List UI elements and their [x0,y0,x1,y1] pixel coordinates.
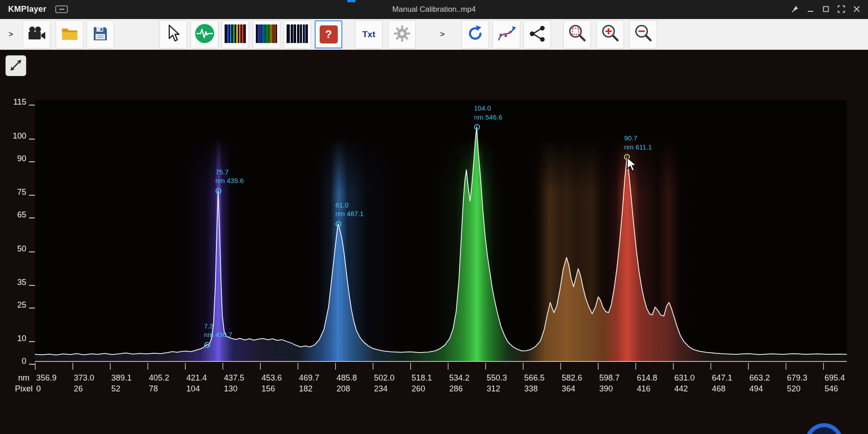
y-axis-label: 115 [0,97,26,107]
y-axis-label: 75 [0,187,26,197]
spectrum-lines-view-button[interactable] [283,20,311,48]
x-axis-pixel-label: 208 [336,384,350,394]
peak-marker [336,221,341,227]
x-axis-nm-label: 405.2 [149,373,169,383]
zoom-in-icon [600,24,620,45]
share-button[interactable] [523,20,551,48]
spectrum-canvas [35,100,847,381]
y-axis-label: 10 [0,333,26,343]
expand-button[interactable] [5,55,26,76]
undo-arrow-icon [466,24,485,44]
curve-points-icon [497,24,517,44]
y-axis-tick [29,139,35,140]
x-axis-nm-label: 695.4 [825,373,845,383]
calibration-curve-button[interactable] [493,20,520,48]
x-axis-nm-label: 437.5 [224,373,245,383]
peak-wavelength: nm 435.6 [216,176,244,185]
minimize-icon [807,6,814,14]
pointer-tool-button[interactable] [159,20,187,48]
mouse-cursor-icon [627,157,638,174]
zoom-selection-button[interactable] [563,20,591,48]
x-axis-nm-label: 598.7 [599,373,620,383]
x-axis-pixel-label: 0 [36,384,41,394]
floppy-disk-icon [93,26,108,43]
x-axis-pixel-label: 26 [74,384,83,394]
x-axis-nm-label: 534.2 [449,373,470,383]
toolbar-overflow-left-button[interactable]: > [5,20,17,48]
y-axis-label: 90 [0,154,26,164]
maximize-button[interactable] [818,0,834,19]
x-axis-pixel-label: 234 [374,384,388,394]
spectrum-colors-view-button[interactable] [221,20,249,48]
window-controls [787,0,864,19]
x-axis-pixel-label: 546 [825,384,838,394]
y-axis-label: 0 [0,356,26,366]
maximize-icon [823,6,829,14]
peak-marker [216,188,221,194]
x-axis-pixel-label: 390 [599,384,613,394]
settings-button[interactable] [388,20,416,48]
help-question-icon: ? [320,25,338,43]
peak-marker [474,124,480,130]
x-axis-pixel-label: 338 [524,384,538,394]
share-nodes-icon [528,25,546,44]
live-spectrum-button[interactable] [191,20,218,48]
video-content-area: 7.3nm 430.775.7nm 435.661.0nm 487.1104.0… [0,50,868,434]
toolbar-overflow-right-button[interactable]: > [436,20,449,48]
x-axis-pixel-label: 312 [487,384,500,394]
peak-value: 61.0 [336,201,364,210]
x-axis-nm-label: 647.1 [712,373,732,383]
pin-button[interactable] [787,0,803,19]
x-axis-pixel-label: 364 [562,384,575,394]
x-axis-nm-label: 614.8 [637,373,657,383]
peak-wavelength: nm 487.1 [336,209,364,218]
spectrum-bands-icon [256,24,277,44]
x-axis-pixel-label: 52 [111,384,120,394]
cursor-arrow-icon [166,24,181,44]
x-axis-pixel-label: 78 [149,384,158,394]
fullscreen-button[interactable] [834,0,849,19]
peak-wavelength: nm 546.6 [474,113,503,122]
zoom-out-icon [633,24,653,45]
x-axis-nm-header: nm [18,373,29,383]
help-button[interactable]: ? [315,20,342,48]
y-axis-tick [29,105,35,106]
zoom-out-button[interactable] [629,20,657,48]
peak-wavelength: nm 611.1 [624,143,652,152]
spectrum-plot: 7.3nm 430.775.7nm 435.661.0nm 487.1104.0… [35,100,847,381]
video-camera-icon [28,26,46,43]
player-control-ring[interactable] [805,423,843,434]
x-axis-nm-label: 679.3 [787,373,807,383]
spectrum-lines-icon [287,24,308,44]
x-axis-nm-label: 485.8 [336,373,357,383]
y-axis-label: 25 [0,300,26,310]
save-file-button[interactable] [86,20,114,48]
capture-video-button[interactable] [23,20,50,48]
x-axis-pixel-label: 520 [787,384,801,394]
zoom-in-button[interactable] [596,20,624,48]
x-axis-nm-label: 550.3 [487,373,507,383]
zoom-selection-icon [567,24,587,45]
x-axis-nm-label: 421.4 [187,373,207,383]
text-labels-button[interactable]: Txt [355,20,383,48]
x-axis-pixel-label: 260 [412,384,425,394]
top-accent [347,0,355,2]
peak-marker [204,342,210,348]
y-axis-tick [29,195,35,196]
fullscreen-icon [838,5,845,14]
spectrum-bands-view-button[interactable] [253,20,280,48]
x-axis-nm-label: 663.2 [749,373,770,383]
x-axis-nm-label: 582.6 [562,373,582,383]
x-axis-pixel-label: 130 [224,384,238,394]
x-axis-pixel-label: 156 [261,384,275,394]
peak-annotation: 61.0nm 487.1 [336,201,364,218]
minimize-button[interactable] [803,0,818,19]
y-axis-tick [29,308,35,309]
y-axis-tick [29,251,35,252]
close-button[interactable] [849,0,864,19]
expand-arrows-icon [9,58,23,73]
undo-button[interactable] [461,20,489,48]
peak-annotation: 75.7nm 435.6 [216,168,244,185]
open-file-button[interactable] [56,20,83,48]
x-axis-nm-label: 518.1 [412,373,432,383]
